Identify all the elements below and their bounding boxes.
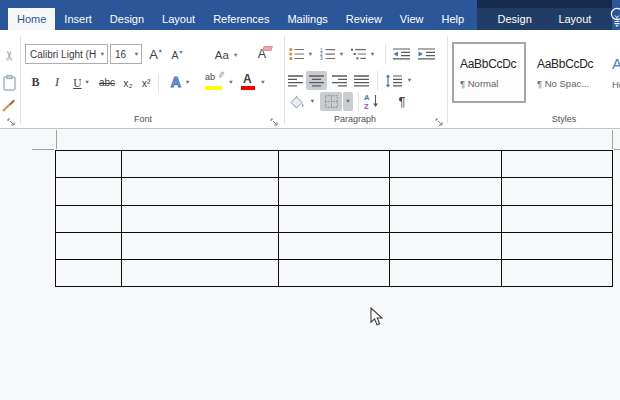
- multilevel-dropdown[interactable]: ▾: [368, 45, 377, 63]
- align-center-button[interactable]: [306, 71, 327, 90]
- group-divider: [447, 36, 448, 124]
- borders-button[interactable]: [320, 92, 342, 111]
- bullets-button[interactable]: [287, 45, 305, 63]
- tab-table-layout[interactable]: Layout: [552, 8, 597, 30]
- svg-text:Z: Z: [364, 102, 369, 110]
- font-size-combobox[interactable]: 16 ▾: [110, 44, 142, 64]
- sort-button[interactable]: A Z: [362, 91, 382, 111]
- font-group-label: Font: [22, 114, 264, 124]
- font-dialog-launcher[interactable]: [270, 113, 279, 122]
- table-cell[interactable]: [56, 205, 122, 232]
- tab-help[interactable]: Help: [433, 8, 474, 30]
- table-cell[interactable]: [56, 151, 122, 178]
- paste-button[interactable]: [1, 74, 17, 92]
- table-cell[interactable]: [390, 205, 502, 232]
- decrease-indent-button[interactable]: [391, 45, 412, 63]
- table-cell[interactable]: [502, 151, 613, 178]
- document-canvas[interactable]: [0, 130, 620, 400]
- table-cell[interactable]: [390, 178, 502, 205]
- clear-formatting-button[interactable]: A: [251, 44, 273, 64]
- table-cell[interactable]: [279, 260, 390, 287]
- table-tools-header-strip: [477, 0, 612, 8]
- numbering-dropdown[interactable]: ▾: [337, 45, 346, 63]
- text-highlight-color-button[interactable]: ab ✎: [203, 72, 225, 92]
- increase-indent-button[interactable]: [416, 45, 437, 63]
- paragraph-dialog-launcher[interactable]: [435, 113, 444, 122]
- font-color-dropdown[interactable]: ▾: [258, 72, 268, 92]
- bullets-dropdown[interactable]: ▾: [306, 45, 315, 63]
- align-left-button[interactable]: [286, 71, 305, 90]
- table-cell[interactable]: [122, 151, 279, 178]
- style-card-no-spacing[interactable]: AaBbCcDc ¶ No Spac...: [531, 44, 601, 101]
- underline-button[interactable]: U ▾: [69, 73, 93, 92]
- font-name-combobox[interactable]: Calibri Light (H ▾: [25, 44, 108, 64]
- word-window: { "tab_bar": { "tabs": [ {"label": "Home…: [0, 0, 620, 400]
- strikethrough-button[interactable]: abc: [96, 73, 118, 92]
- subscript-button[interactable]: x₂: [120, 73, 136, 92]
- cut-button[interactable]: ✂: [0, 46, 18, 64]
- borders-dropdown[interactable]: ▾: [343, 92, 353, 111]
- table-cell[interactable]: [279, 232, 390, 259]
- table-cell[interactable]: [390, 260, 502, 287]
- pilcrow-icon: ¶: [399, 94, 406, 109]
- tell-me-lightbulb-icon[interactable]: [608, 6, 620, 32]
- change-case-button[interactable]: Aa ▾: [211, 46, 241, 64]
- table-cell[interactable]: [56, 178, 122, 205]
- tab-references[interactable]: References: [204, 8, 278, 30]
- align-right-button[interactable]: [330, 71, 349, 90]
- format-painter-button[interactable]: [0, 96, 17, 113]
- table-cell[interactable]: [502, 178, 613, 205]
- clipboard-dialog-launcher[interactable]: [7, 113, 16, 122]
- table-cell[interactable]: [279, 151, 390, 178]
- highlight-dropdown[interactable]: ▾: [226, 72, 236, 92]
- tab-review[interactable]: Review: [337, 8, 391, 30]
- crop-mark-top-right-vertical: [612, 130, 613, 149]
- shrink-font-button[interactable]: A ▾: [168, 46, 186, 64]
- grow-font-button[interactable]: A ▴: [146, 44, 165, 64]
- numbering-icon: 123: [320, 48, 335, 60]
- highlight-color-swatch: [205, 86, 222, 90]
- tab-view[interactable]: View: [391, 8, 433, 30]
- table-cell[interactable]: [122, 178, 279, 205]
- word-table[interactable]: [55, 150, 613, 287]
- superscript-button[interactable]: x²: [138, 73, 154, 92]
- tab-table-design[interactable]: Design: [492, 8, 538, 30]
- style-card-heading1[interactable]: Aa He: [606, 44, 620, 101]
- italic-button[interactable]: I: [51, 73, 63, 92]
- text-effects-icon: A: [171, 74, 181, 90]
- tab-design[interactable]: Design: [101, 8, 153, 30]
- table-cell[interactable]: [56, 232, 122, 259]
- divider: [385, 44, 386, 64]
- justify-button[interactable]: [352, 71, 371, 90]
- table-cell[interactable]: [122, 260, 279, 287]
- table-cell[interactable]: [390, 151, 502, 178]
- line-spacing-button[interactable]: [382, 71, 404, 90]
- table-cell[interactable]: [122, 205, 279, 232]
- tab-insert[interactable]: Insert: [55, 8, 101, 30]
- table-cell[interactable]: [56, 260, 122, 287]
- table-cell[interactable]: [502, 260, 613, 287]
- table-cell[interactable]: [502, 205, 613, 232]
- chevron-down-icon: ▾: [311, 98, 314, 105]
- line-spacing-dropdown[interactable]: ▾: [405, 71, 414, 90]
- font-color-button[interactable]: A: [240, 72, 257, 92]
- chevron-down-icon: ▾: [346, 98, 349, 105]
- bold-button[interactable]: B: [28, 73, 43, 92]
- table-cell[interactable]: [279, 178, 390, 205]
- numbering-button[interactable]: 123: [318, 45, 336, 63]
- multilevel-list-button[interactable]: [349, 45, 367, 63]
- shading-button[interactable]: [285, 92, 307, 111]
- show-hide-pilcrow-button[interactable]: ¶: [394, 91, 410, 111]
- tab-layout[interactable]: Layout: [153, 8, 204, 30]
- shading-dropdown[interactable]: ▾: [308, 92, 317, 111]
- text-effects-button[interactable]: A ▾: [166, 72, 194, 92]
- table-cell[interactable]: [502, 232, 613, 259]
- tab-mailings[interactable]: Mailings: [278, 8, 336, 30]
- style-card-normal[interactable]: AaBbCcDc ¶ Normal: [452, 42, 526, 103]
- chevron-down-icon: ▾: [135, 51, 141, 58]
- tab-home[interactable]: Home: [8, 8, 55, 30]
- table-cell[interactable]: [390, 232, 502, 259]
- down-arrow-icon: ▾: [180, 48, 183, 55]
- table-cell[interactable]: [279, 205, 390, 232]
- table-cell[interactable]: [122, 232, 279, 259]
